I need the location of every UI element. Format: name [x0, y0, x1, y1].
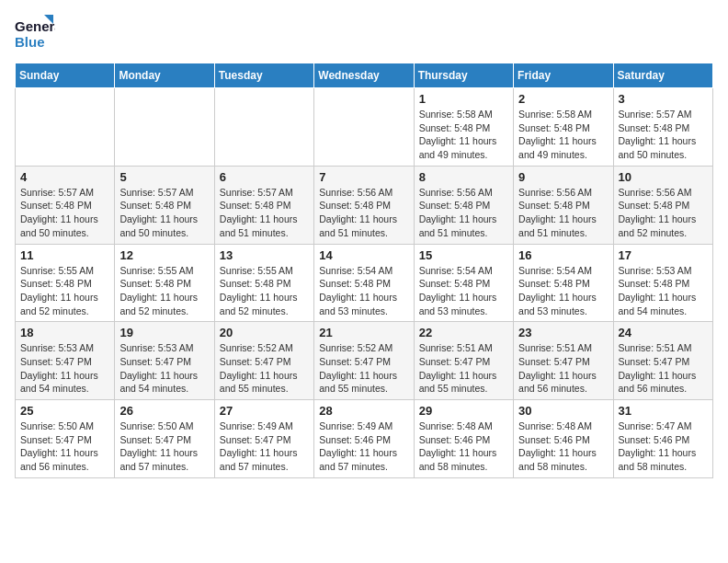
day-info: Sunrise: 5:53 AM Sunset: 5:47 PM Dayligh… — [20, 341, 109, 396]
day-of-week-header: Sunday — [16, 63, 115, 88]
calendar-cell: 29Sunrise: 5:48 AM Sunset: 5:46 PM Dayli… — [414, 400, 513, 478]
calendar-cell — [214, 88, 313, 167]
day-info: Sunrise: 5:50 AM Sunset: 5:47 PM Dayligh… — [119, 419, 209, 474]
day-info: Sunrise: 5:49 AM Sunset: 5:47 PM Dayligh… — [220, 419, 309, 474]
calendar-cell: 11Sunrise: 5:55 AM Sunset: 5:48 PM Dayli… — [16, 244, 115, 322]
page-header: General Blue — [15, 15, 713, 52]
day-info: Sunrise: 5:55 AM Sunset: 5:48 PM Dayligh… — [220, 264, 309, 318]
day-number: 7 — [319, 170, 408, 184]
calendar-cell: 22Sunrise: 5:51 AM Sunset: 5:47 PM Dayli… — [414, 322, 513, 400]
calendar-week-row: 4Sunrise: 5:57 AM Sunset: 5:48 PM Daylig… — [16, 166, 713, 244]
calendar-cell: 2Sunrise: 5:58 AM Sunset: 5:48 PM Daylig… — [514, 88, 613, 167]
day-info: Sunrise: 5:58 AM Sunset: 5:48 PM Dayligh… — [518, 108, 608, 162]
day-info: Sunrise: 5:52 AM Sunset: 5:47 PM Dayligh… — [319, 341, 408, 396]
day-info: Sunrise: 5:51 AM Sunset: 5:47 PM Dayligh… — [419, 341, 508, 396]
day-of-week-header: Monday — [115, 63, 214, 88]
calendar-cell: 1Sunrise: 5:58 AM Sunset: 5:48 PM Daylig… — [414, 88, 513, 167]
day-info: Sunrise: 5:50 AM Sunset: 5:47 PM Dayligh… — [20, 419, 109, 474]
day-number: 15 — [419, 248, 508, 262]
calendar-cell — [16, 88, 115, 167]
calendar-cell: 19Sunrise: 5:53 AM Sunset: 5:47 PM Dayli… — [115, 322, 214, 400]
day-number: 31 — [619, 404, 708, 418]
day-info: Sunrise: 5:55 AM Sunset: 5:48 PM Dayligh… — [20, 264, 109, 318]
day-info: Sunrise: 5:58 AM Sunset: 5:48 PM Dayligh… — [419, 108, 508, 162]
day-number: 25 — [20, 404, 109, 418]
day-number: 12 — [119, 248, 209, 262]
calendar-cell: 21Sunrise: 5:52 AM Sunset: 5:47 PM Dayli… — [314, 322, 414, 400]
logo-container: General Blue — [15, 15, 55, 52]
day-info: Sunrise: 5:54 AM Sunset: 5:48 PM Dayligh… — [518, 264, 608, 318]
svg-text:General: General — [15, 18, 55, 34]
day-number: 29 — [419, 404, 508, 418]
calendar-cell: 12Sunrise: 5:55 AM Sunset: 5:48 PM Dayli… — [115, 244, 214, 322]
calendar-cell: 24Sunrise: 5:51 AM Sunset: 5:47 PM Dayli… — [613, 322, 712, 400]
day-number: 16 — [518, 248, 608, 262]
calendar-cell: 28Sunrise: 5:49 AM Sunset: 5:46 PM Dayli… — [314, 400, 414, 478]
day-number: 17 — [619, 248, 708, 262]
day-number: 2 — [518, 92, 608, 106]
calendar-cell: 27Sunrise: 5:49 AM Sunset: 5:47 PM Dayli… — [214, 400, 313, 478]
day-number: 3 — [619, 92, 708, 106]
day-number: 22 — [419, 326, 508, 339]
calendar-cell: 15Sunrise: 5:54 AM Sunset: 5:48 PM Dayli… — [414, 244, 513, 322]
day-number: 23 — [518, 326, 608, 339]
day-number: 24 — [619, 326, 708, 339]
day-number: 11 — [20, 248, 109, 262]
day-info: Sunrise: 5:48 AM Sunset: 5:46 PM Dayligh… — [419, 419, 508, 474]
day-info: Sunrise: 5:57 AM Sunset: 5:48 PM Dayligh… — [619, 108, 708, 162]
calendar-cell: 17Sunrise: 5:53 AM Sunset: 5:48 PM Dayli… — [613, 244, 712, 322]
day-number: 18 — [20, 326, 109, 339]
day-number: 28 — [319, 404, 408, 418]
day-info: Sunrise: 5:54 AM Sunset: 5:48 PM Dayligh… — [319, 264, 408, 318]
day-info: Sunrise: 5:57 AM Sunset: 5:48 PM Dayligh… — [20, 186, 109, 240]
day-number: 26 — [119, 404, 209, 418]
calendar-cell: 18Sunrise: 5:53 AM Sunset: 5:47 PM Dayli… — [16, 322, 115, 400]
day-number: 21 — [319, 326, 408, 339]
calendar-body: 1Sunrise: 5:58 AM Sunset: 5:48 PM Daylig… — [16, 88, 713, 478]
calendar-cell: 6Sunrise: 5:57 AM Sunset: 5:48 PM Daylig… — [214, 166, 313, 244]
calendar-cell: 26Sunrise: 5:50 AM Sunset: 5:47 PM Dayli… — [115, 400, 214, 478]
calendar-cell: 7Sunrise: 5:56 AM Sunset: 5:48 PM Daylig… — [314, 166, 414, 244]
calendar-cell: 8Sunrise: 5:56 AM Sunset: 5:48 PM Daylig… — [414, 166, 513, 244]
calendar-table: SundayMondayTuesdayWednesdayThursdayFrid… — [15, 63, 713, 478]
day-info: Sunrise: 5:57 AM Sunset: 5:48 PM Dayligh… — [220, 186, 309, 240]
calendar-cell: 5Sunrise: 5:57 AM Sunset: 5:48 PM Daylig… — [115, 166, 214, 244]
day-number: 27 — [220, 404, 309, 418]
calendar-cell: 3Sunrise: 5:57 AM Sunset: 5:48 PM Daylig… — [613, 88, 712, 167]
day-info: Sunrise: 5:56 AM Sunset: 5:48 PM Dayligh… — [419, 186, 508, 240]
calendar-week-row: 1Sunrise: 5:58 AM Sunset: 5:48 PM Daylig… — [16, 88, 713, 167]
day-of-week-header: Wednesday — [314, 63, 414, 88]
day-number: 1 — [419, 92, 508, 106]
day-info: Sunrise: 5:56 AM Sunset: 5:48 PM Dayligh… — [319, 186, 408, 240]
day-info: Sunrise: 5:57 AM Sunset: 5:48 PM Dayligh… — [119, 186, 209, 240]
calendar-header: SundayMondayTuesdayWednesdayThursdayFrid… — [16, 63, 713, 88]
svg-text:Blue: Blue — [15, 34, 45, 50]
day-info: Sunrise: 5:52 AM Sunset: 5:47 PM Dayligh… — [220, 341, 309, 396]
day-info: Sunrise: 5:51 AM Sunset: 5:47 PM Dayligh… — [619, 341, 708, 396]
calendar-cell: 14Sunrise: 5:54 AM Sunset: 5:48 PM Dayli… — [314, 244, 414, 322]
calendar-week-row: 25Sunrise: 5:50 AM Sunset: 5:47 PM Dayli… — [16, 400, 713, 478]
day-number: 8 — [419, 170, 508, 184]
day-of-week-header: Thursday — [414, 63, 513, 88]
day-info: Sunrise: 5:56 AM Sunset: 5:48 PM Dayligh… — [619, 186, 708, 240]
day-of-week-header: Saturday — [613, 63, 712, 88]
day-info: Sunrise: 5:54 AM Sunset: 5:48 PM Dayligh… — [419, 264, 508, 318]
day-number: 9 — [518, 170, 608, 184]
day-info: Sunrise: 5:55 AM Sunset: 5:48 PM Dayligh… — [119, 264, 209, 318]
calendar-week-row: 11Sunrise: 5:55 AM Sunset: 5:48 PM Dayli… — [16, 244, 713, 322]
day-number: 4 — [20, 170, 109, 184]
logo: General Blue — [15, 15, 55, 52]
day-number: 30 — [518, 404, 608, 418]
day-info: Sunrise: 5:56 AM Sunset: 5:48 PM Dayligh… — [518, 186, 608, 240]
calendar-cell: 20Sunrise: 5:52 AM Sunset: 5:47 PM Dayli… — [214, 322, 313, 400]
calendar-cell: 10Sunrise: 5:56 AM Sunset: 5:48 PM Dayli… — [613, 166, 712, 244]
calendar-cell — [314, 88, 414, 167]
day-info: Sunrise: 5:49 AM Sunset: 5:46 PM Dayligh… — [319, 419, 408, 474]
day-number: 10 — [619, 170, 708, 184]
calendar-cell: 4Sunrise: 5:57 AM Sunset: 5:48 PM Daylig… — [16, 166, 115, 244]
day-info: Sunrise: 5:53 AM Sunset: 5:48 PM Dayligh… — [619, 264, 708, 318]
calendar-cell: 30Sunrise: 5:48 AM Sunset: 5:46 PM Dayli… — [514, 400, 613, 478]
day-info: Sunrise: 5:48 AM Sunset: 5:46 PM Dayligh… — [518, 419, 608, 474]
day-number: 14 — [319, 248, 408, 262]
calendar-cell — [115, 88, 214, 167]
